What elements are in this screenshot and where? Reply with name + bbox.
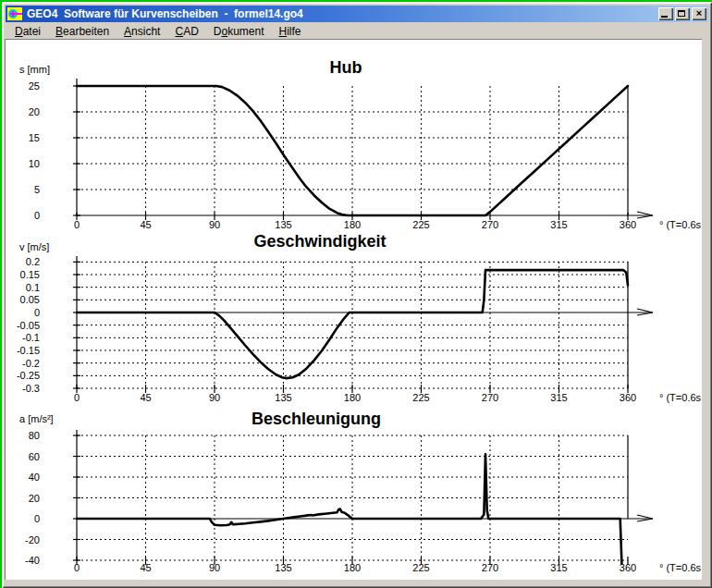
svg-text:0.1: 0.1 [26, 282, 40, 293]
svg-text:0: 0 [74, 392, 80, 403]
svg-text:270: 270 [482, 562, 498, 573]
svg-text:0: 0 [34, 307, 40, 318]
title-bar: GEO4 Software für Kurvenscheiben - forme… [6, 6, 708, 22]
menu-item-dokument[interactable]: Dokument [206, 24, 272, 40]
svg-text:5: 5 [34, 184, 40, 195]
svg-text:0: 0 [34, 210, 40, 221]
svg-text:Beschleunigung: Beschleunigung [252, 410, 381, 428]
svg-text:60: 60 [29, 451, 40, 462]
svg-text:225: 225 [412, 219, 429, 230]
svg-text:° (T=0.6s): ° (T=0.6s) [659, 219, 701, 230]
svg-text:-0.05: -0.05 [17, 320, 40, 331]
svg-text:-0.3: -0.3 [22, 383, 40, 394]
svg-text:0.2: 0.2 [26, 256, 40, 267]
svg-text:a [m/s²]: a [m/s²] [19, 413, 54, 424]
svg-text:90: 90 [209, 392, 220, 403]
svg-text:45: 45 [140, 562, 151, 573]
svg-text:-40: -40 [25, 555, 40, 566]
svg-text:40: 40 [29, 472, 40, 483]
close-button[interactable]: × [692, 7, 706, 20]
svg-text:0.15: 0.15 [20, 269, 40, 280]
geschwindigkeit-chart: Geschwindigkeitv [m/s]0.20.150.10.050-0.… [6, 232, 701, 408]
svg-text:20: 20 [29, 106, 40, 117]
svg-text:0: 0 [74, 219, 80, 230]
svg-text:0: 0 [34, 513, 40, 524]
close-icon: × [692, 7, 706, 19]
menu-item-hilfe[interactable]: Hilfe [272, 24, 309, 40]
svg-text:360: 360 [620, 392, 636, 403]
svg-text:v [m/s]: v [m/s] [19, 241, 49, 252]
svg-text:225: 225 [412, 392, 429, 403]
svg-text:225: 225 [412, 562, 429, 573]
svg-text:° (T=0.6s): ° (T=0.6s) [659, 392, 701, 403]
svg-text:15: 15 [29, 132, 40, 143]
beschleunigung-chart: Beschleunigunga [m/s²]806040200-20-40045… [6, 408, 701, 579]
svg-text:135: 135 [275, 219, 291, 230]
maximize-icon [678, 10, 685, 17]
svg-text:20: 20 [29, 493, 40, 504]
svg-text:90: 90 [209, 219, 220, 230]
cam-disc-icon[interactable] [7, 7, 22, 20]
svg-text:45: 45 [140, 219, 151, 230]
menu-bar: DateiBearbeitenAnsichtCADDokumentHilfe [6, 24, 708, 40]
svg-text:-0.2: -0.2 [22, 358, 40, 369]
menu-item-cad[interactable]: CAD [167, 24, 205, 40]
plot-area: Hubs [mm]2520151050045901351802252703153… [5, 39, 702, 580]
icon-cross-v [12, 11, 14, 17]
menu-item-ansicht[interactable]: Ansicht [117, 24, 167, 40]
minimize-icon [661, 16, 668, 18]
minimize-button[interactable] [658, 7, 673, 20]
svg-text:135: 135 [275, 392, 291, 403]
svg-text:10: 10 [29, 158, 40, 169]
menu-item-bearbeiten[interactable]: Bearbeiten [48, 24, 117, 40]
app-window: GEO4 Software für Kurvenscheiben - forme… [2, 2, 712, 588]
window-title: GEO4 Software für Kurvenscheiben - forme… [27, 7, 655, 20]
svg-text:-0.25: -0.25 [17, 370, 40, 381]
svg-text:315: 315 [550, 392, 567, 403]
svg-text:0.05: 0.05 [20, 294, 40, 305]
svg-text:-20: -20 [25, 534, 40, 545]
svg-text:0: 0 [74, 562, 80, 573]
svg-text:45: 45 [140, 392, 151, 403]
icon-ray [16, 13, 22, 15]
svg-text:180: 180 [344, 562, 361, 573]
svg-text:Geschwindigkeit: Geschwindigkeit [253, 232, 386, 251]
window-controls: × [658, 7, 706, 20]
svg-text:135: 135 [275, 562, 291, 573]
svg-text:360: 360 [620, 219, 636, 230]
svg-text:-0.1: -0.1 [22, 332, 40, 343]
svg-text:180: 180 [344, 219, 361, 230]
hub-chart: Hubs [mm]2520151050045901351802252703153… [6, 47, 701, 232]
svg-text:180: 180 [344, 392, 361, 403]
menu-item-datei[interactable]: Datei [7, 24, 48, 40]
svg-text:270: 270 [482, 219, 498, 230]
maximize-button[interactable] [675, 7, 690, 20]
svg-text:Hub: Hub [330, 58, 362, 77]
svg-text:90: 90 [209, 562, 220, 573]
svg-text:315: 315 [550, 219, 567, 230]
svg-text:315: 315 [550, 562, 567, 573]
svg-text:80: 80 [29, 430, 40, 441]
svg-text:° (T=0.6s): ° (T=0.6s) [659, 562, 701, 573]
svg-text:s [mm]: s [mm] [19, 64, 50, 75]
svg-text:270: 270 [482, 392, 498, 403]
svg-text:25: 25 [29, 80, 40, 92]
svg-text:-0.15: -0.15 [17, 345, 40, 356]
screen: { "window": { "title": "GEO4 Software fü… [0, 0, 712, 588]
